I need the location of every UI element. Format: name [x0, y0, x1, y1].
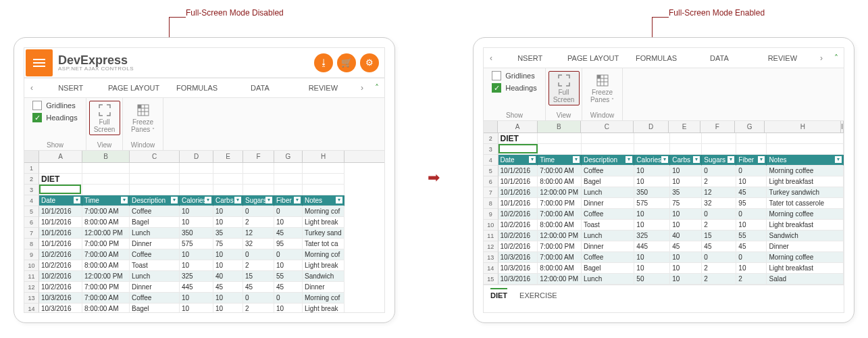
table-header[interactable]: Time▾	[82, 195, 130, 206]
table-row[interactable]: 1210/2/20167:00:00 PMDinner445454545Dinn…	[484, 241, 844, 252]
table-row[interactable]: 710/1/201612:00:00 PMLunch350351245Turke…	[484, 187, 844, 198]
table-header[interactable]: Description▾	[130, 195, 180, 206]
table-row[interactable]: 1310/3/20167:00:00 AMCoffee101000Morning…	[24, 293, 384, 304]
table-header[interactable]: Description▾	[582, 155, 634, 166]
table-row[interactable]: 810/1/20167:00:00 PMDinner575753295Tater…	[484, 198, 844, 209]
tab-insert[interactable]: NSERT	[39, 84, 102, 92]
filter-dropdown-icon[interactable]: ▾	[265, 197, 272, 203]
filter-dropdown-icon[interactable]: ▾	[336, 197, 342, 203]
ribbon-collapse-button[interactable]: ˄	[829, 53, 844, 63]
column-header-G[interactable]: G	[735, 121, 765, 132]
filter-dropdown-icon[interactable]: ▾	[121, 197, 128, 203]
table-row[interactable]: 1010/2/20168:00:00 AMToast1010210Light b…	[484, 220, 844, 231]
fullscreen-button[interactable]: FullScreen	[548, 71, 580, 105]
tabs-prev-button[interactable]: ‹	[24, 83, 39, 93]
table-header[interactable]: Fiber▾	[736, 155, 767, 166]
fullscreen-button[interactable]: FullScreen	[89, 101, 120, 135]
tab-insert[interactable]: NSERT	[499, 54, 561, 62]
tab-review[interactable]: REVIEW	[751, 54, 814, 62]
table-row[interactable]: 510/1/20167:00:00 AMCoffee101000Morning …	[24, 206, 384, 217]
cart-icon[interactable]: 🛒	[337, 53, 356, 72]
column-header-E[interactable]: E	[213, 151, 243, 162]
filter-dropdown-icon[interactable]: ▾	[626, 156, 632, 163]
filter-dropdown-icon[interactable]: ▾	[693, 156, 700, 163]
table-header[interactable]: Carbs▾	[670, 155, 702, 166]
table-header[interactable]: Time▾	[538, 155, 582, 166]
column-header-A[interactable]: A	[39, 151, 82, 162]
gridlines-checkbox[interactable]: Gridlines	[32, 101, 75, 110]
sheet-tab-exercise[interactable]: EXERCISE	[519, 288, 557, 299]
column-header-C[interactable]: C	[581, 121, 634, 132]
table-header[interactable]: Carbs▾	[213, 195, 243, 206]
table-row[interactable]: 910/2/20167:00:00 AMCoffee101000Morning …	[24, 249, 384, 260]
gear-icon[interactable]: ⚙	[360, 53, 379, 72]
column-header-C[interactable]: C	[130, 151, 180, 162]
table-row[interactable]: 1410/3/20168:00:00 AMBagel1010210Light b…	[484, 263, 844, 274]
tab-review[interactable]: REVIEW	[292, 84, 355, 92]
tab-page-layout[interactable]: PAGE LAYOUT	[102, 84, 165, 92]
headings-checkbox[interactable]: ✓ Headings	[492, 83, 536, 93]
table-row[interactable]: 1310/3/20167:00:00 AMCoffee101000Morning…	[484, 252, 844, 263]
column-header-E[interactable]: E	[669, 121, 700, 132]
hamburger-button[interactable]	[26, 49, 53, 76]
table-row[interactable]: 710/1/201612:00:00 PMLunch350351245Turke…	[24, 228, 384, 239]
table-row[interactable]: 1510/3/201612:00:00 PMLunch501022Salad	[484, 274, 844, 285]
table-header[interactable]: Date▾	[499, 155, 538, 166]
table-header[interactable]: Fiber▾	[274, 195, 303, 206]
table-row[interactable]: 1110/2/201612:00:00 PMLunch325401555Sand…	[24, 271, 384, 282]
spreadsheet-grid[interactable]: 12DIET34Date▾Time▾Description▾Calories▾C…	[24, 163, 384, 313]
filter-dropdown-icon[interactable]: ▾	[234, 197, 241, 203]
column-header-H[interactable]: H	[765, 121, 841, 132]
column-header-I[interactable]: I	[841, 121, 844, 132]
table-header[interactable]: Sugars▾	[243, 195, 274, 206]
table-row[interactable]: 610/1/20168:00:00 AMBagel1010210Light br…	[24, 217, 384, 228]
filter-dropdown-icon[interactable]: ▾	[661, 156, 668, 163]
table-header[interactable]: Calories▾	[180, 195, 213, 206]
headings-checkbox[interactable]: ✓ Headings	[32, 113, 77, 122]
table-row[interactable]: 910/2/20167:00:00 AMCoffee101000Morning …	[484, 209, 844, 220]
tab-data[interactable]: DATA	[228, 84, 291, 92]
table-header[interactable]: Calories▾	[634, 155, 670, 166]
column-header-F[interactable]: F	[243, 151, 274, 162]
freeze-panes-button[interactable]: FreezePanes ˅	[128, 101, 159, 135]
column-header-B[interactable]: B	[82, 151, 130, 162]
sheet-tab-diet[interactable]: DIET	[490, 288, 507, 299]
column-header-F[interactable]: F	[700, 121, 735, 132]
filter-dropdown-icon[interactable]: ▾	[74, 197, 80, 203]
filter-dropdown-icon[interactable]: ▾	[727, 156, 734, 163]
table-row[interactable]: 510/1/20167:00:00 AMCoffee101000Morning …	[484, 166, 844, 176]
column-header-D[interactable]: D	[634, 121, 669, 132]
tab-page-layout[interactable]: PAGE LAYOUT	[561, 54, 624, 62]
filter-dropdown-icon[interactable]: ▾	[529, 156, 536, 163]
tab-formulas[interactable]: FORMULAS	[165, 84, 228, 92]
table-header[interactable]: Notes▾	[767, 155, 844, 166]
filter-dropdown-icon[interactable]: ▾	[294, 197, 301, 203]
filter-dropdown-icon[interactable]: ▾	[573, 156, 580, 163]
gridlines-checkbox[interactable]: Gridlines	[492, 71, 534, 80]
table-row[interactable]: 610/1/20168:00:00 AMBagel1010210Light br…	[484, 176, 844, 187]
tab-data[interactable]: DATA	[688, 54, 750, 62]
column-header-A[interactable]: A	[498, 121, 537, 132]
filter-dropdown-icon[interactable]: ▾	[205, 197, 211, 203]
table-header[interactable]: Date▾	[39, 195, 82, 206]
table-row[interactable]: 1410/3/20168:00:00 AMBagel1010210Light b…	[24, 304, 384, 313]
table-row[interactable]: 1010/2/20168:00:00 AMToast1010210Light b…	[24, 260, 384, 271]
column-header-G[interactable]: G	[274, 151, 303, 162]
download-icon[interactable]: ⭳	[314, 53, 333, 72]
filter-dropdown-icon[interactable]: ▾	[171, 197, 178, 203]
filter-dropdown-icon[interactable]: ▾	[758, 156, 765, 163]
column-header-B[interactable]: B	[538, 121, 581, 132]
filter-dropdown-icon[interactable]: ▾	[835, 156, 842, 163]
column-header-H[interactable]: H	[303, 151, 344, 162]
table-header[interactable]: Sugars▾	[702, 155, 736, 166]
table-row[interactable]: 1210/2/20167:00:00 PMDinner445454545Dinn…	[24, 282, 384, 293]
ribbon-collapse-button[interactable]: ˄	[369, 83, 384, 93]
freeze-panes-button[interactable]: FreezePanes ˅	[587, 71, 618, 105]
column-header-D[interactable]: D	[180, 151, 213, 162]
table-header[interactable]: Notes▾	[303, 195, 344, 206]
table-row[interactable]: 1110/2/201612:00:00 PMLunch325401555Sand…	[484, 231, 844, 241]
tabs-prev-button[interactable]: ‹	[484, 53, 499, 63]
tabs-next-button[interactable]: ›	[355, 83, 369, 93]
spreadsheet-grid[interactable]: 2DIET34Date▾Time▾Description▾Calories▾Ca…	[484, 133, 844, 285]
table-row[interactable]: 810/1/20167:00:00 PMDinner575753295Tater…	[24, 239, 384, 249]
